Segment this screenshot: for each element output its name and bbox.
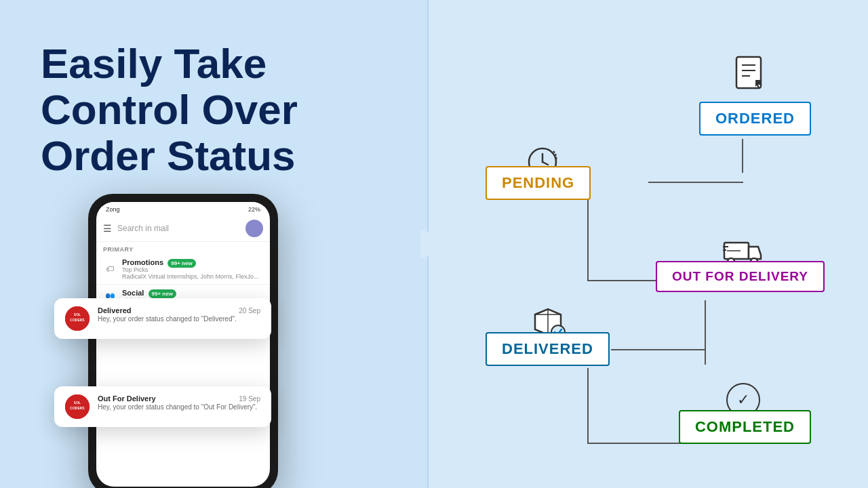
- phone-mockup: Zong 22% ☰ Search in mail PRIMARY 🏷 Pro: [88, 194, 278, 488]
- primary-label: PRIMARY: [96, 242, 270, 254]
- phone-search-bar[interactable]: ☰ Search in mail: [96, 216, 270, 242]
- heading-line3: Order Status: [41, 132, 296, 179]
- delivered-date: 20 Sep: [239, 307, 260, 314]
- out-for-delivery-box: OUT FOR DELIVERY: [656, 261, 825, 292]
- hamburger-icon: ☰: [103, 223, 112, 234]
- line-ordered-down: [742, 139, 743, 173]
- completed-label: COMPLETED: [695, 418, 795, 435]
- heading-line2: Control Over: [41, 86, 298, 133]
- ofd-email-content: Out For Delivery 19 Sep Hey, your order …: [98, 394, 260, 411]
- main-heading: Easily Take Control Over Order Status: [41, 41, 298, 180]
- left-panel: Easily Take Control Over Order Status Zo…: [0, 0, 427, 488]
- battery-text: 22%: [248, 206, 260, 213]
- delivered-email-content: Delivered 20 Sep Hey, your order status …: [98, 306, 260, 323]
- delivered-body: Hey, your order status changed to "Deliv…: [98, 314, 260, 323]
- line-ordered-h: [648, 182, 743, 183]
- ofd-body: Hey, your order status changed to "Out F…: [98, 403, 260, 411]
- promotions-title-text: Promotions: [122, 258, 163, 266]
- delivered-sender: Delivered: [98, 306, 132, 314]
- ofd-date: 19 Sep: [239, 395, 260, 403]
- ofd-sender: Out For Delivery: [98, 394, 156, 403]
- delivered-label: DELIVERED: [502, 340, 593, 357]
- svg-text:CODERS: CODERS: [70, 318, 85, 322]
- svg-line-12: [542, 162, 548, 165]
- search-placeholder: Search in mail: [117, 224, 240, 233]
- promotions-title: Promotions 99+ new: [122, 258, 263, 266]
- email-card-delivered: SOL CODERS Delivered 20 Sep Hey, your or…: [54, 298, 271, 339]
- svg-text:SOL: SOL: [74, 312, 81, 317]
- delivered-logo: SOL CODERS: [65, 306, 90, 331]
- completed-box: COMPLETED: [679, 410, 811, 444]
- panel-divider: [427, 0, 429, 488]
- out-for-delivery-label: OUT FOR DELIVERY: [672, 269, 808, 283]
- promotions-icon: 🏷: [103, 262, 117, 276]
- heading-line1: Easily Take: [41, 40, 267, 87]
- user-avatar: [245, 220, 263, 237]
- promotions-row[interactable]: 🏷 Promotions 99+ new Top Picks RadicalX …: [96, 254, 270, 285]
- svg-text:SOL: SOL: [74, 401, 81, 405]
- social-title-text: Social: [122, 289, 144, 297]
- promotions-content: Promotions 99+ new Top Picks RadicalX Vi…: [122, 258, 263, 280]
- ordered-box: ORDERED: [699, 102, 811, 136]
- phone-outer: Zong 22% ☰ Search in mail PRIMARY 🏷 Pro: [88, 194, 278, 488]
- social-title: Social 99+ new: [122, 289, 263, 297]
- ordered-icon: [732, 54, 770, 102]
- promotions-subtext: RadicalX Virtual Internships, John Morri…: [122, 273, 263, 280]
- line-delivered-down: [587, 368, 589, 443]
- line-pending-down: [587, 199, 589, 280]
- phone-screen: Zong 22% ☰ Search in mail PRIMARY 🏷 Pro: [96, 202, 270, 487]
- carrier-text: Zong: [106, 206, 120, 213]
- promotions-badge: 99+ new: [167, 259, 195, 268]
- svg-text:CODERS: CODERS: [70, 406, 85, 410]
- ordered-label: ORDERED: [715, 110, 795, 127]
- line-ofd-delivered-h: [611, 349, 706, 350]
- right-panel: ✓ ORDERED PENDING OUT FOR DELIVERY DELIV…: [429, 0, 868, 488]
- flow-diagram: ✓ ORDERED PENDING OUT FOR DELIVERY DELIV…: [472, 34, 825, 454]
- ofd-logo: SOL CODERS: [65, 394, 90, 419]
- email-card-ofd: SOL CODERS Out For Delivery 19 Sep Hey, …: [54, 386, 271, 427]
- pending-box: PENDING: [486, 166, 591, 200]
- line-ofd-down: [705, 300, 706, 365]
- phone-status-bar: Zong 22%: [96, 202, 270, 216]
- pending-label: PENDING: [502, 174, 574, 191]
- delivered-box: DELIVERED: [486, 332, 610, 366]
